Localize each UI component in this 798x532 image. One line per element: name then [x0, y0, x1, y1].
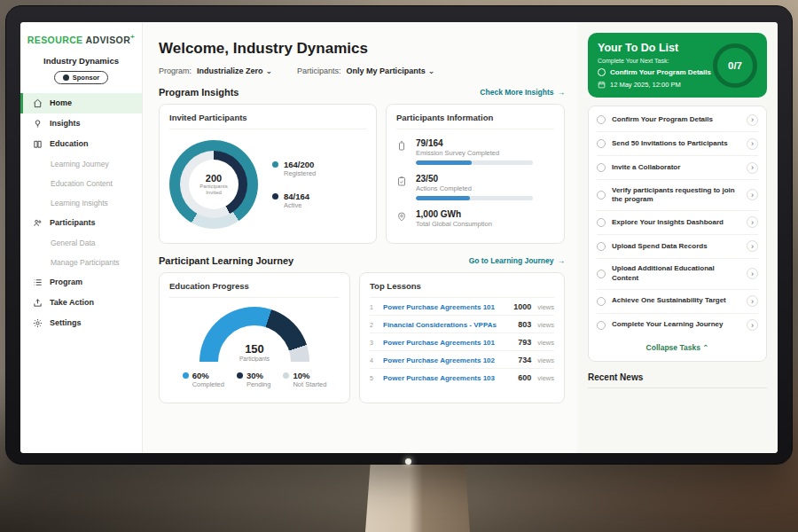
battery-icon	[396, 138, 408, 165]
chevron-right-icon[interactable]: ›	[747, 189, 758, 200]
task-radio-icon[interactable]	[597, 163, 606, 172]
participants-select-value: Only My Participants	[347, 66, 426, 75]
todo-title: Your To Do List	[598, 42, 711, 54]
chevron-right-icon[interactable]: ›	[747, 268, 758, 279]
learning-journey-header: Participant Learning Journey Go to Learn…	[159, 255, 565, 266]
todo-task[interactable]: Upload Additional Educational Content ›	[597, 259, 758, 290]
lesson-rank: 2	[370, 322, 377, 328]
task-label: Verify participants requesting to join t…	[612, 186, 740, 205]
lesson-row[interactable]: 4 Power Purchase Agreements 102 734 view…	[370, 351, 554, 369]
donut-legend: 164/200 Registered 84/164 Active	[272, 160, 316, 209]
sidebar-item-take-action[interactable]: Take Action	[20, 293, 142, 313]
chevron-right-icon[interactable]: ›	[747, 319, 758, 331]
todo-next-task[interactable]: Confirm Your Program Details	[598, 68, 711, 76]
sidebar-item-label: Home	[50, 98, 72, 107]
task-radio-icon[interactable]	[597, 242, 606, 251]
sidebar-item-education[interactable]: Education	[20, 134, 142, 154]
logo-text-secondary: ADVISOR	[85, 35, 130, 45]
todo-task[interactable]: Confirm Your Program Details ›	[597, 108, 758, 132]
gauge-center: 150 Participants	[200, 342, 309, 362]
legend-label: Pending	[246, 380, 271, 388]
lesson-link[interactable]: Power Purchase Agreements 101	[383, 339, 512, 347]
lesson-row[interactable]: 5 Power Purchase Agreements 103 600 view…	[370, 369, 554, 386]
sponsor-badge[interactable]: Sponsor	[54, 71, 108, 84]
sidebar: RESOURCE ADVISOR+ Industry Dynamics Spon…	[20, 22, 143, 453]
legend-dot-blue	[183, 372, 189, 379]
card-title: Top Lessons	[370, 281, 554, 298]
info-value: 79/164	[416, 138, 533, 148]
chevron-right-icon[interactable]: ›	[747, 240, 758, 252]
lesson-rank: 1	[370, 304, 377, 310]
participants-select[interactable]: Only My Participants ⌄	[347, 66, 435, 75]
recent-news-title: Recent News	[588, 372, 767, 388]
chevron-right-icon[interactable]: ›	[747, 162, 758, 174]
todo-task[interactable]: Upload Spend Data Records ›	[597, 235, 758, 259]
chevron-right-icon[interactable]: ›	[747, 216, 758, 228]
todo-next-task-label: Confirm Your Program Details	[610, 68, 711, 76]
task-radio-icon[interactable]	[597, 218, 606, 227]
todo-task[interactable]: Send 50 Invitations to Participants ›	[597, 132, 758, 156]
legend-value: 10%	[293, 371, 326, 380]
lesson-link[interactable]: Power Purchase Agreements 103	[383, 374, 512, 382]
arrow-right-icon: →	[558, 256, 566, 265]
section-title-program-insights: Program Insights	[159, 87, 239, 98]
lesson-link[interactable]: Financial Considerations - VPPAs	[383, 321, 512, 329]
collapse-tasks-link[interactable]: Collapse Tasks ⌃	[597, 337, 758, 359]
sidebar-item-general-data[interactable]: General Data	[20, 233, 142, 253]
lesson-views-label: views	[537, 303, 554, 311]
sidebar-item-program[interactable]: Program	[20, 272, 142, 293]
task-radio-icon[interactable]	[597, 321, 606, 330]
sidebar-item-label: Settings	[50, 318, 82, 327]
collapse-tasks-label: Collapse Tasks	[646, 343, 700, 352]
task-radio-icon[interactable]	[597, 139, 606, 148]
task-label: Explore Your Insights Dashboard	[612, 218, 740, 227]
task-radio-icon[interactable]	[597, 191, 606, 200]
sidebar-item-label: Program	[50, 278, 82, 286]
participants-filter-label: Participants:	[297, 66, 341, 75]
check-more-insights-link[interactable]: Check More Insights →	[480, 88, 565, 97]
chevron-right-icon[interactable]: ›	[747, 114, 758, 126]
task-label: Upload Additional Educational Content	[612, 264, 740, 283]
sidebar-item-learning-journey[interactable]: Learning Journey	[20, 154, 142, 174]
todo-task[interactable]: Verify participants requesting to join t…	[597, 180, 758, 211]
action-arrow-icon	[33, 297, 43, 308]
todo-next-due: 12 May 2025, 12:00 PM	[598, 81, 711, 89]
gauge-center-value: 150	[200, 342, 309, 356]
monitor-stand	[365, 461, 470, 532]
program-select-value: Industrialize Zero	[197, 66, 263, 75]
task-radio-icon[interactable]	[597, 270, 606, 278]
sidebar-item-learning-insights[interactable]: Learning Insights	[20, 193, 142, 213]
lesson-link[interactable]: Power Purchase Agreements 102	[383, 356, 512, 364]
legend-value: 164/200	[284, 160, 316, 169]
sidebar-item-settings[interactable]: Settings	[20, 313, 142, 333]
book-icon	[33, 138, 43, 149]
todo-task[interactable]: Explore Your Insights Dashboard ›	[597, 211, 758, 235]
todo-task[interactable]: Complete Your Learning Journey ›	[597, 314, 758, 337]
lesson-row[interactable]: 1 Power Purchase Agreements 101 1000 vie…	[370, 298, 554, 316]
lesson-link[interactable]: Power Purchase Agreements 101	[383, 303, 507, 311]
sidebar-item-insights[interactable]: Insights	[20, 113, 142, 134]
program-select[interactable]: Industrialize Zero ⌄	[197, 66, 272, 75]
todo-task[interactable]: Invite a Collaborator ›	[597, 156, 758, 180]
chevron-right-icon[interactable]: ›	[747, 138, 758, 150]
sidebar-item-participants[interactable]: Participants	[20, 213, 142, 233]
task-radio-icon[interactable]	[597, 297, 606, 306]
lesson-row[interactable]: 2 Financial Considerations - VPPAs 803 v…	[370, 316, 554, 333]
go-to-learning-journey-link[interactable]: Go to Learning Journey →	[469, 256, 565, 265]
lesson-row[interactable]: 3 Power Purchase Agreements 101 793 view…	[370, 333, 554, 351]
legend-dot-navy	[237, 372, 243, 379]
todo-task[interactable]: Achieve One Sustainability Target ›	[597, 290, 758, 314]
legend-label: Not Started	[293, 380, 326, 388]
sidebar-item-manage-participants[interactable]: Manage Participants	[20, 253, 142, 272]
gauge-center-label: Participants	[200, 356, 309, 362]
chevron-right-icon[interactable]: ›	[747, 295, 758, 307]
sidebar-item-education-content[interactable]: Education Content	[20, 174, 142, 193]
list-icon	[33, 277, 43, 287]
task-radio-icon[interactable]	[597, 115, 606, 124]
sidebar-item-home[interactable]: Home	[20, 93, 142, 113]
page-title: Welcome, Industry Dynamics	[159, 40, 565, 58]
power-led	[405, 458, 411, 465]
lesson-views-label: views	[537, 321, 554, 329]
task-label: Confirm Your Program Details	[612, 115, 740, 124]
todo-progress-badge: 0/7	[713, 43, 757, 88]
